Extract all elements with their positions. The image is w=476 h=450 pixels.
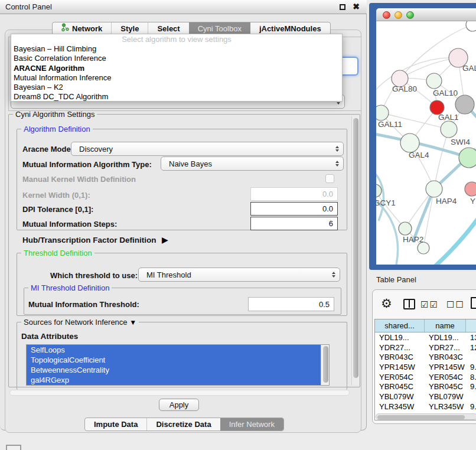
control-panel-titlebar[interactable]: Control Panel ✖ [0,0,367,14]
gear-icon[interactable]: ⚙ [381,296,392,311]
table-hscrollbar-thumb[interactable] [377,415,465,419]
table-row[interactable]: YDR27...YDR27...12 [375,343,476,353]
mi-type-select[interactable]: Naive Bayes [161,156,344,171]
table-row[interactable]: YBL079WYBL079W [375,392,476,402]
network-node-gal10[interactable] [426,73,442,89]
tab-discretize-data[interactable]: Discretize Data [146,418,220,431]
settings-scrollbar-track[interactable] [351,116,359,385]
algorithm-option[interactable]: Mutual Information Inference [11,73,342,83]
network-node-hap4[interactable] [426,181,442,197]
mi-threshold-value: 0.5 [319,300,330,309]
network-node-swi4[interactable] [459,148,476,168]
network-node[interactable] [418,242,429,254]
table-row[interactable]: YLR345WYLR345W9. [375,402,476,412]
expand-down-icon[interactable]: ▼ [129,318,136,327]
table-column-header[interactable]: shared... [375,319,425,332]
mi-steps-field[interactable]: 6 [250,217,338,230]
network-node-gal11[interactable] [376,105,389,120]
network-node[interactable] [441,121,457,138]
mi-threshold-field[interactable]: 0.5 [248,297,334,311]
network-node[interactable] [466,21,476,31]
network-node-hap2[interactable] [399,222,412,235]
columns-icon[interactable] [403,299,415,309]
network-edge[interactable] [376,58,458,93]
table-cell: YBL079W [425,392,466,401]
tab-network[interactable]: Network [53,22,111,35]
float-window-icon[interactable] [340,4,345,10]
manual-kernel-width-label: Manual Kernel Width Definition [22,175,136,184]
table-column-header[interactable]: name [425,319,466,332]
table-row[interactable]: YBR045CYBR045C9. [375,381,476,392]
table-column-header[interactable]: A [466,319,476,332]
algorithm-dropdown-popup: Select algorithm to view settings Bayesi… [11,34,343,102]
data-attribute-item[interactable]: TopologicalCoefficient [27,355,329,365]
tab-infer-network[interactable]: Infer Network [220,418,283,431]
tab-select[interactable]: Select [148,22,188,35]
algorithm-option[interactable]: Bayesian – Hill Climbing [11,44,342,54]
hub-definition-label[interactable]: Hub/Transcription Factor Definition [22,236,157,244]
aracne-mode-select[interactable]: Discovery [71,142,344,156]
kernel-width-field[interactable]: 0.0 [250,187,338,201]
expand-right-icon[interactable]: ▶ [162,235,168,244]
partial-icon-bottom-left[interactable] [6,445,21,450]
table-cell: YER054C [425,373,466,381]
algorithm-option[interactable]: Bayesian – K2 [11,83,342,92]
algorithm-option[interactable]: Basic Correlation Inference [11,54,342,63]
apply-button[interactable]: Apply [159,399,199,411]
algorithm-option[interactable]: Dream8 DC_TDC Algorithm [11,92,342,102]
tab-label: Discretize Data [156,418,211,431]
dpi-tolerance-field[interactable]: 0.0 [250,202,338,216]
checked-boxes-icon[interactable]: ☑☑ [420,299,439,310]
tab-jactivemnodules[interactable]: jActiveMNodules [250,22,330,35]
table-cell: YDL19... [375,333,425,342]
tab-label: Select [157,22,180,35]
node-label: GAL1 [438,113,459,122]
tab-label: Network [72,22,102,35]
threshold-definition-title: Threshold Definition [21,249,94,257]
algorithm-popup-placeholder: Select algorithm to view settings [11,34,342,44]
network-node[interactable] [455,95,474,114]
network-edge[interactable] [423,214,476,265]
data-attribute-item[interactable]: BetweennessCentrality [27,365,329,375]
unchecked-boxes-icon[interactable]: ☐☐ [446,299,465,310]
table-row[interactable]: YER054CYER054C8. [375,372,476,382]
node-label: SWI4 [451,138,470,146]
table-row[interactable]: YDL19...YDL19...13 [375,332,476,343]
tab-impute-data[interactable]: Impute Data [85,418,146,431]
tab-label: Style [120,22,139,35]
mi-steps-value: 6 [329,219,333,228]
table-row[interactable]: YPR145WYPR145W9. [375,362,476,372]
tab-style[interactable]: Style [111,22,148,35]
minimize-traffic-light-icon[interactable] [395,11,402,19]
network-edge[interactable] [376,191,405,229]
algorithm-definition-title: Algorithm Definition [21,125,93,133]
attributes-scrollbar-thumb[interactable] [323,346,328,383]
tab-cyni-toolbox[interactable]: Cyni Toolbox [189,22,250,35]
settings-hscrollbar-track[interactable] [9,390,350,396]
close-traffic-light-icon[interactable] [383,11,390,19]
file-icon[interactable] [471,297,476,309]
table-cell: YLR345W [425,402,466,411]
which-threshold-select[interactable]: MI Threshold [138,268,340,282]
algorithm-option[interactable]: ARACNE Algorithm [11,64,342,73]
network-node-y[interactable] [465,182,476,196]
application-window: Control Panel ✖ NetworkStyleSelectCyni T… [0,0,476,450]
network-edge[interactable] [376,198,398,265]
network-node-gal4[interactable] [400,133,419,152]
table-hscrollbar-track[interactable] [376,413,476,420]
tab-label: jActiveMNodules [259,22,321,35]
manual-kernel-width-checkbox[interactable] [325,174,334,183]
zoom-traffic-light-icon[interactable] [406,11,414,19]
attributes-scrollbar-track[interactable] [321,345,329,385]
table-row[interactable]: YBR043CYBR043C [375,352,476,362]
settings-scrollbar-thumb[interactable] [353,118,358,378]
data-attributes-list[interactable]: SelfLoopsTopologicalCoefficientBetweenne… [26,344,330,386]
table-cell: 9. [466,382,476,391]
data-attribute-item[interactable]: SelfLoops [27,345,329,355]
data-attribute-item[interactable]: gal4RGexp [27,375,329,385]
network-node-gcy1[interactable] [376,184,382,197]
table-panel-title: Table Panel [376,275,416,284]
network-window-titlebar[interactable] [376,8,476,21]
network-canvas[interactable]: GALGAL80GAL10GAL1SWI4GAL11GAL4GCY1HAP4YH… [376,21,476,265]
close-icon[interactable]: ✖ [353,2,360,11]
